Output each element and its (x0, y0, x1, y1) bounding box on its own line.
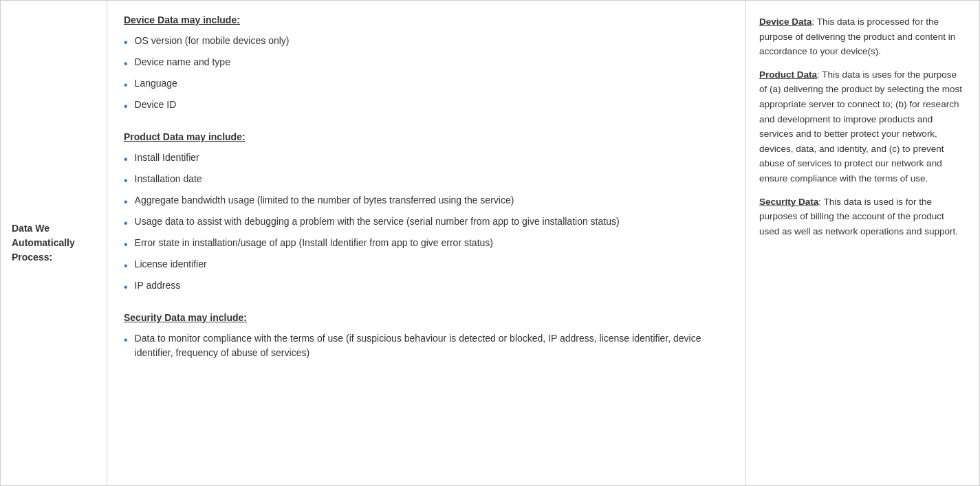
device-data-list: • OS version (for mobile devices only) •… (124, 34, 728, 115)
security-data-section: Security Data may include: • Data to mon… (124, 312, 728, 360)
product-data-right-text: : This data is uses for the purpose of (… (759, 69, 962, 184)
list-item: • Installation date (124, 172, 728, 189)
security-data-heading: Security Data may include: (124, 312, 728, 323)
security-data-para: Security Data: This data is used is for … (759, 195, 966, 239)
list-item-text: Device ID (135, 98, 177, 112)
list-item-text: Language (135, 76, 177, 91)
bullet-icon: • (124, 77, 128, 93)
list-item: • Install Identifier (124, 151, 728, 168)
bullet-icon: • (124, 258, 128, 274)
list-item: • Error state in installation/usage of a… (124, 236, 728, 253)
bullet-icon: • (124, 34, 128, 51)
list-item-text: OS version (for mobile devices only) (135, 34, 290, 48)
list-item: • License identifier (124, 257, 728, 274)
label-column: Data We Automatically Process: (1, 1, 107, 485)
list-item-text: Usage data to assist with debugging a pr… (135, 214, 620, 229)
bullet-icon: • (124, 215, 128, 232)
list-item-text: Data to monitor compliance with the term… (135, 331, 728, 360)
list-item-text: Installation date (135, 172, 202, 186)
list-item-text: Install Identifier (135, 151, 199, 165)
product-data-para: Product Data: This data is uses for the … (759, 67, 966, 186)
bullet-icon: • (124, 236, 128, 253)
list-item-text: Error state in installation/usage of app… (135, 236, 493, 250)
row-label: Data We Automatically Process: (12, 221, 96, 265)
list-item: • Device name and type (124, 55, 728, 72)
security-data-list: • Data to monitor compliance with the te… (124, 331, 728, 360)
list-item: • IP address (124, 278, 728, 296)
list-item: • Data to monitor compliance with the te… (124, 331, 728, 360)
bullet-icon: • (124, 98, 128, 115)
bullet-icon: • (124, 173, 128, 189)
product-data-section: Product Data may include: • Install Iden… (124, 131, 728, 296)
right-column: Device Data: This data is processed for … (745, 1, 979, 485)
product-data-list: • Install Identifier • Installation date… (124, 151, 728, 296)
list-item: • Language (124, 76, 728, 93)
bullet-icon: • (124, 332, 128, 349)
bullet-icon: • (124, 56, 128, 72)
product-data-right-label: Product Data (759, 69, 817, 80)
list-item-text: License identifier (135, 257, 207, 272)
data-table: Data We Automatically Process: Device Da… (0, 0, 980, 486)
bullet-icon: • (124, 279, 128, 296)
bullet-icon: • (124, 151, 128, 168)
device-data-para: Device Data: This data is processed for … (759, 14, 966, 59)
list-item: • Usage data to assist with debugging a … (124, 214, 728, 232)
device-data-section: Device Data may include: • OS version (f… (124, 14, 728, 115)
list-item-text: IP address (135, 278, 181, 293)
list-item: • OS version (for mobile devices only) (124, 34, 728, 51)
list-item-text: Aggregate bandwidth usage (limited to th… (135, 193, 514, 208)
security-data-right-label: Security Data (759, 197, 818, 207)
bullet-icon: • (124, 194, 128, 210)
device-data-heading: Device Data may include: (124, 14, 728, 25)
device-data-right-label: Device Data (759, 16, 812, 27)
list-item: • Device ID (124, 98, 728, 115)
main-content-column: Device Data may include: • OS version (f… (107, 1, 745, 485)
list-item: • Aggregate bandwidth usage (limited to … (124, 193, 728, 210)
list-item-text: Device name and type (135, 55, 230, 69)
product-data-heading: Product Data may include: (124, 131, 728, 142)
